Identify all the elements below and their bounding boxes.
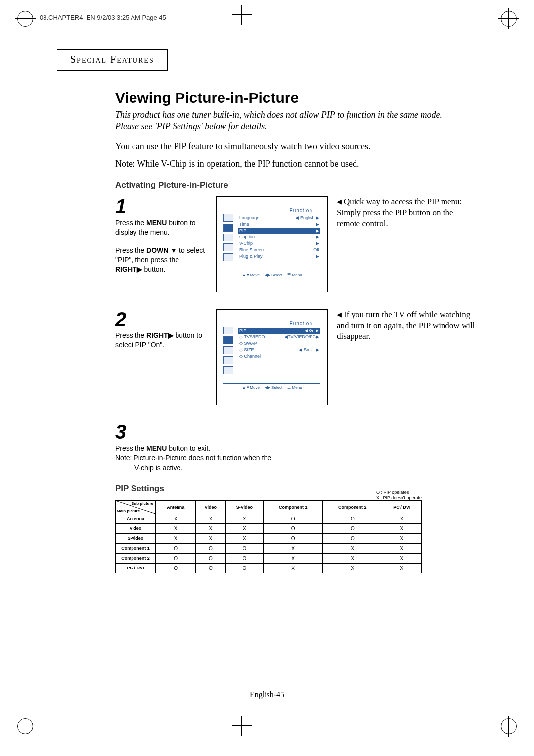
t: ☰ Menu <box>287 273 302 277</box>
osd-menu-2: PIP◀ On ▶◇ TV/VIEDO◀TV/VIEDO/PC▶◇ SWAP◇ … <box>238 328 320 360</box>
table-cell: X <box>225 533 264 543</box>
t: V-chip is active. <box>115 464 182 472</box>
table-row: VideoXXXOOX <box>116 523 422 533</box>
osd-title: Function <box>290 321 312 326</box>
t: MENU <box>146 219 167 227</box>
table-row-header: Component 1 <box>116 543 156 553</box>
intro-line-1: You can use the PIP feature to simultane… <box>115 142 457 152</box>
table-col-header: Component 2 <box>323 500 382 514</box>
t: RIGHT▶ <box>146 331 174 339</box>
osd-menu-row: ◇ SWAP <box>238 340 320 347</box>
table-cell: X <box>225 514 264 523</box>
table-row-header: Antenna <box>116 514 156 523</box>
t: Press the <box>115 246 146 254</box>
table-cell: O <box>156 563 196 573</box>
osd-menu-row: ◇ TV/VIEDO◀TV/VIEDO/PC▶ <box>238 334 320 340</box>
table-cell: O <box>156 543 196 553</box>
osd-menu-row: PIP◀ On ▶ <box>238 328 320 334</box>
table-col-header: Component 1 <box>264 500 323 514</box>
osd-title: Function <box>290 208 312 213</box>
subhead-activating: Activating Picture-in-Picture <box>115 180 477 191</box>
table-cell: O <box>196 553 225 563</box>
table-cell: X <box>156 514 196 523</box>
table-cell: X <box>323 553 382 563</box>
step-3: 3 Press the MENU button to exit. Note: P… <box>115 422 323 473</box>
step-2-text: 2 Press the RIGHT▶ button to select PIP … <box>115 309 207 405</box>
table-cell: X <box>382 514 422 523</box>
table-cell: X <box>196 533 225 543</box>
table-row-header: PC / DVI <box>116 563 156 573</box>
table-cell: O <box>323 533 382 543</box>
t: RIGHT▶ <box>115 265 142 273</box>
osd-icon <box>223 356 233 364</box>
osd-icon <box>223 327 233 334</box>
osd-icon <box>223 366 233 374</box>
section-label: Special Features <box>57 49 168 71</box>
table-cell: O <box>264 523 323 533</box>
t: Press the <box>115 444 146 452</box>
table-cell: O <box>196 543 225 553</box>
registration-marks-bottom <box>0 716 534 741</box>
step-number: 1 <box>115 196 207 216</box>
step-number: 2 <box>115 309 207 329</box>
osd-menu-row: V-Chip▶ <box>238 240 320 247</box>
table-cell: O <box>156 553 196 563</box>
osd-icon <box>223 253 233 261</box>
osd-sidebar-icons <box>223 327 233 374</box>
osd-menu-row: Caption▶ <box>238 234 320 240</box>
osd-menu-row: PIP▶ <box>238 228 320 234</box>
print-header: 08.CHAPTER4_EN 9/2/03 3:25 AM Page 45 <box>40 14 166 21</box>
table-corner-cell: Sub picture Main picture <box>116 500 156 514</box>
step-2-row: 2 Press the RIGHT▶ button to select PIP … <box>115 309 477 405</box>
table-cell: X <box>156 533 196 543</box>
osd-menu-row: Language◀ English ▶ <box>238 215 320 221</box>
page-title: Viewing Picture-in-Picture <box>115 90 477 106</box>
osd-footer: ▲▼Move ◀▶ Select ☰ Menu <box>223 271 320 277</box>
osd-icon <box>223 346 233 354</box>
t: Note: Picture-in-Picture does not functi… <box>115 454 271 462</box>
table-row-header: Video <box>116 523 156 533</box>
corner-main-label: Main picture <box>117 509 140 513</box>
table-cell: X <box>264 553 323 563</box>
table-cell: X <box>382 523 422 533</box>
pip-settings-section: PIP Settings O : PIP operates X : PIP do… <box>115 484 422 573</box>
osd-sidebar-icons <box>223 214 233 261</box>
manual-page: 08.CHAPTER4_EN 9/2/03 3:25 AM Page 45 Sp… <box>0 0 534 756</box>
step-number: 3 <box>115 422 323 442</box>
osd-menu-1: Language◀ English ▶Time▶PIP▶Caption▶V-Ch… <box>238 215 320 260</box>
table-cell: X <box>264 563 323 573</box>
table-col-header: Video <box>196 500 225 514</box>
t: ▲▼Move <box>242 273 259 277</box>
table-cell: X <box>264 543 323 553</box>
table-cell: X <box>382 533 422 543</box>
osd-menu-row: ◇ SIZE◀ Small ▶ <box>238 347 320 353</box>
intro-italic: This product has one tuner built-in, whi… <box>115 109 457 133</box>
table-cell: X <box>323 563 382 573</box>
osd-icon <box>223 243 233 251</box>
osd-icon <box>223 234 233 241</box>
page-content: Special Features Viewing Picture-in-Pict… <box>57 49 477 573</box>
osd-menu-row: Time▶ <box>238 221 320 228</box>
step-1-row: 1 Press the MENU button to display the m… <box>115 196 477 292</box>
osd-menu-row: Blue Screen: Off <box>238 247 320 253</box>
tip-1: Quick way to access the PIP menu: Simply… <box>337 196 477 292</box>
osd-menu-row: Plug & Play▶ <box>238 253 320 260</box>
table-cell: O <box>264 514 323 523</box>
table-cell: X <box>156 523 196 533</box>
t: Press the <box>115 219 146 227</box>
table-cell: O <box>323 523 382 533</box>
table-cell: O <box>225 543 264 553</box>
t: ◀▶ Select <box>265 385 282 390</box>
table-cell: O <box>225 553 264 563</box>
pip-settings-table: Sub picture Main picture AntennaVideoS-V… <box>115 500 422 573</box>
t: ☰ Menu <box>287 385 302 390</box>
legend-o: O : PIP operates <box>376 490 422 496</box>
table-cell: X <box>323 543 382 553</box>
table-col-header: Antenna <box>156 500 196 514</box>
table-cell: X <box>196 523 225 533</box>
osd-footer: ▲▼Move ◀▶ Select ☰ Menu <box>223 383 320 390</box>
table-cell: O <box>264 533 323 543</box>
table-row: AntennaXXXOOX <box>116 514 422 523</box>
table-row: Component 1OOOXXX <box>116 543 422 553</box>
t: button. <box>142 265 166 273</box>
